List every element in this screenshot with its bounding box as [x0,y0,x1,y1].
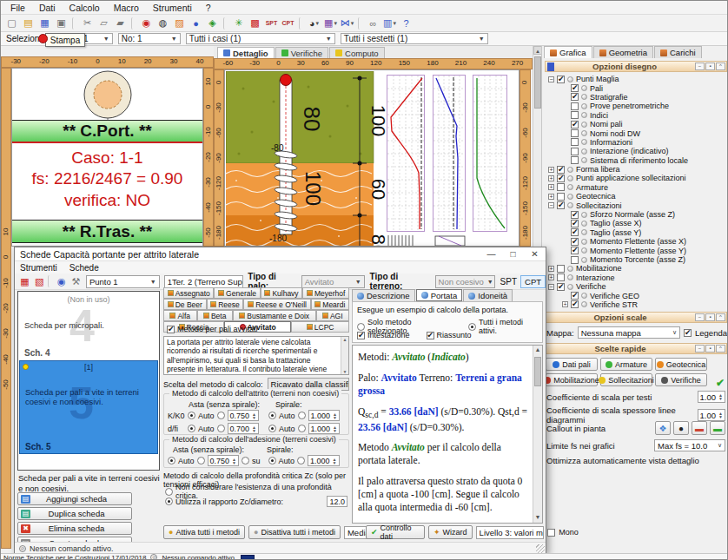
tree-checkbox[interactable] [571,129,579,137]
tree-checkbox[interactable] [571,111,579,119]
tipo-terreno-select[interactable]: Non coesivo▼ [435,275,495,288]
grid-menu-icon[interactable]: ▦ [323,16,338,30]
tree-checkbox[interactable] [557,76,565,83]
pin-panel-button[interactable]: ^ [716,313,725,321]
intestazione-checkbox[interactable] [357,332,365,339]
copy-icon[interactable]: ▱ [96,16,111,30]
sidebar-tab[interactable]: Geometria [593,46,653,58]
menu-item[interactable]: Macro [108,2,145,14]
value-radio[interactable] [298,412,306,419]
spt-button[interactable]: SPT [500,277,517,287]
tree-checkbox[interactable] [571,93,579,101]
tree-checkbox[interactable] [571,121,579,128]
numero-select[interactable]: No: 1▼ [118,33,181,44]
collapse-button[interactable]: − [695,345,705,352]
tree-item[interactable]: Indici [546,111,726,120]
tree-item[interactable]: + Forma libera [546,165,726,174]
expand-icon[interactable]: + [548,175,554,181]
expand-icon[interactable]: − [548,76,554,82]
tipo-palo-select[interactable]: Avvitato▼ [301,275,365,288]
callout-sphere-button[interactable]: ● [673,421,689,435]
tab-dettaglio[interactable]: Dettaglio [217,47,275,58]
print-icon[interactable]: ▣ [54,16,69,30]
value-radio[interactable] [298,425,306,432]
expand-button[interactable]: ▪ [705,345,715,352]
tab-verifiche[interactable]: Verifiche [275,47,328,58]
coeff-linee-spinner[interactable]: 1.00▲▼ [698,409,725,421]
method-button[interactable]: Beta [197,310,233,321]
schede-list[interactable]: (Non in uso) 4 Scheda per micropali. Sch… [17,291,160,471]
tree-checkbox[interactable] [557,193,565,201]
punto-select[interactable]: Punto 1▼ [86,275,160,288]
wizard-button[interactable]: ✦Wizard [428,525,473,539]
scheda-card-5[interactable]: [1] 5 Scheda per pali a vite in terreni … [19,360,158,454]
riassunto-checkbox[interactable] [427,332,434,339]
tree-item[interactable]: + Geotecnica [546,192,726,201]
table-icon[interactable]: ▦ [17,274,32,288]
menu-item[interactable]: File [4,2,31,14]
tree-item[interactable]: Taglio (asse X) [546,219,726,227]
tree-item[interactable]: Stratigrafie [546,93,726,102]
method-button[interactable]: AGI [316,310,350,321]
separator[interactable] [131,17,136,30]
metodo-checkbox[interactable] [167,326,175,333]
panel-opzioni-disegno-header[interactable]: Opzioni disegno −▪^ [545,61,727,72]
mono-checkbox[interactable] [547,529,555,537]
tree-checkbox[interactable] [571,256,579,264]
value-radio[interactable] [217,412,225,419]
auto-radio[interactable] [168,457,175,464]
method-button[interactable]: Meyerhof [302,287,349,299]
expand-button[interactable]: ▪ [705,63,715,70]
snow-icon[interactable]: ✳ [231,16,246,30]
tree-checkbox[interactable] [557,166,565,174]
tree-checkbox[interactable] [557,175,565,182]
method-button[interactable]: Bustamante e Doix [233,310,316,321]
tutti-metodi-radio[interactable] [468,323,476,331]
result-tab[interactable]: Idoneità [463,289,513,301]
cpt-button[interactable]: CPT [520,275,546,288]
group-grid-icon[interactable]: ◈ [205,16,220,30]
expand-icon[interactable]: − [548,284,554,290]
expand-icon[interactable]: + [548,266,554,272]
scroll-down-icon[interactable]: ▼ [533,513,542,523]
tree-item[interactable]: + Verifiche STR [546,300,726,309]
dfi-spirale-value[interactable]: 1.000▲▼ [308,423,340,434]
method-button[interactable]: LCPC [291,321,349,333]
separator[interactable] [72,17,76,30]
auto-radio[interactable] [188,412,195,419]
tree-item[interactable]: Taglio (asse Y) [546,228,726,237]
pin-panel-button[interactable]: ^ [716,63,725,70]
sidebar-tab[interactable]: Grafica [544,46,592,58]
tree-checkbox[interactable] [571,292,579,300]
auto-radio[interactable] [188,425,195,432]
pin-icon[interactable]: ◉ [54,274,69,288]
minimize-button[interactable]: — [480,247,502,260]
close-button[interactable]: ✕ [524,247,546,260]
separator[interactable] [358,17,362,30]
layout-menu-icon[interactable]: ▥ [382,16,397,30]
nodes-menu-icon[interactable]: ⋈ [340,16,354,30]
sestetti-select[interactable]: Tutti i sestetti (1)▼ [341,33,488,44]
expand-icon[interactable]: + [548,184,554,190]
method-button[interactable]: Meardi [311,299,349,310]
scheda-action-button[interactable]: ✖ Elimina scheda [17,522,132,535]
tree-checkbox[interactable] [571,84,579,92]
tree-item[interactable]: Sforzo Normale (asse Z) [546,210,726,219]
menu-item[interactable]: Dati [33,2,62,14]
callout-green-button[interactable]: ▬ [710,421,725,435]
spt-toolbar-label[interactable]: SPT [264,16,279,30]
method-button[interactable]: Reese [207,299,244,310]
expand-icon[interactable]: + [562,301,568,307]
quick-button[interactable]: Dati pali [546,358,598,371]
tree-item[interactable]: Momento Torcente (asse Z) [546,255,726,264]
kk0-spirale-value[interactable]: 1.000▲▼ [308,410,340,421]
tree-item[interactable]: Sistema di riferimento locale [546,156,726,165]
resize-grip[interactable] [536,544,545,553]
method-button[interactable]: Assegnato [163,287,214,299]
scheda-action-button[interactable]: ▤ Duplica scheda [17,507,132,520]
output-panel[interactable]: Metodi: Avvitato (Indicato) Palo: Avvita… [352,345,543,524]
coeff-testi-spinner[interactable]: 1.00▲▼ [698,391,725,403]
separator[interactable] [223,17,228,30]
method-description[interactable]: La portata per attrito laterale viene ca… [163,336,349,375]
auto-radio[interactable] [268,457,276,464]
